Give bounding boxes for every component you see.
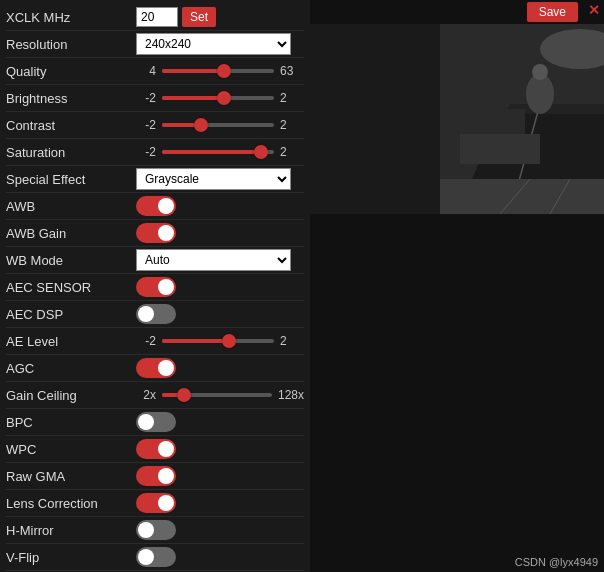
wb-mode-control: Auto SunnyCloudy OfficeHome [136, 249, 304, 271]
xclk-row: XCLK MHz Set [6, 4, 304, 31]
ae-level-max: 2 [280, 334, 304, 348]
xclk-label: XCLK MHz [6, 10, 136, 25]
bpc-control [136, 412, 304, 432]
contrast-row: Contrast -2 2 [6, 112, 304, 139]
bpc-toggle[interactable] [136, 412, 176, 432]
svg-rect-10 [475, 109, 525, 134]
resolution-select[interactable]: 240x240 UXGASXGAXGA SVGAVGACIF QVGAHQVGA… [136, 33, 291, 55]
quality-row: Quality 4 63 [6, 58, 304, 85]
quality-min: 4 [136, 64, 156, 78]
contrast-max: 2 [280, 118, 304, 132]
ae-level-slider[interactable] [162, 339, 274, 343]
ae-level-control: -2 2 [136, 334, 304, 348]
agc-control [136, 358, 304, 378]
quality-max: 63 [280, 64, 304, 78]
contrast-slider[interactable] [162, 123, 274, 127]
brightness-slider[interactable] [162, 96, 274, 100]
lens-correction-label: Lens Correction [6, 496, 136, 511]
bpc-label: BPC [6, 415, 136, 430]
awb-gain-control [136, 223, 304, 243]
brightness-row: Brightness -2 2 [6, 85, 304, 112]
save-button[interactable]: Save [527, 2, 578, 22]
brightness-control: -2 2 [136, 91, 304, 105]
xclk-set-button[interactable]: Set [182, 7, 216, 27]
raw-gma-row: Raw GMA [6, 463, 304, 490]
h-mirror-label: H-Mirror [6, 523, 136, 538]
contrast-control: -2 2 [136, 118, 304, 132]
awb-gain-toggle[interactable] [136, 223, 176, 243]
gain-ceiling-row: Gain Ceiling 2x 128x [6, 382, 304, 409]
raw-gma-label: Raw GMA [6, 469, 136, 484]
awb-toggle[interactable] [136, 196, 176, 216]
camera-svg [310, 24, 604, 214]
special-effect-label: Special Effect [6, 172, 136, 187]
contrast-label: Contrast [6, 118, 136, 133]
saturation-slider[interactable] [162, 150, 274, 154]
camera-image [310, 24, 604, 214]
xclk-input[interactable] [136, 7, 178, 27]
awb-control [136, 196, 304, 216]
agc-label: AGC [6, 361, 136, 376]
aec-sensor-control [136, 277, 304, 297]
wpc-control [136, 439, 304, 459]
right-panel: Save ✕ [310, 0, 604, 572]
svg-point-8 [532, 64, 548, 80]
saturation-label: Saturation [6, 145, 136, 160]
h-mirror-toggle[interactable] [136, 520, 176, 540]
special-effect-row: Special Effect Grayscale No EffectNegati… [6, 166, 304, 193]
gain-ceiling-control: 2x 128x [136, 388, 304, 402]
lens-correction-control [136, 493, 304, 513]
quality-slider[interactable] [162, 69, 274, 73]
v-flip-row: V-Flip [6, 544, 304, 571]
svg-rect-9 [460, 134, 540, 164]
brightness-max: 2 [280, 91, 304, 105]
ae-level-label: AE Level [6, 334, 136, 349]
aec-sensor-toggle[interactable] [136, 277, 176, 297]
aec-dsp-toggle[interactable] [136, 304, 176, 324]
wb-mode-row: WB Mode Auto SunnyCloudy OfficeHome [6, 247, 304, 274]
gain-ceiling-slider[interactable] [162, 393, 272, 397]
v-flip-control [136, 547, 304, 567]
raw-gma-control [136, 466, 304, 486]
awb-label: AWB [6, 199, 136, 214]
quality-control: 4 63 [136, 64, 304, 78]
awb-gain-row: AWB Gain [6, 220, 304, 247]
v-flip-toggle[interactable] [136, 547, 176, 567]
wb-mode-label: WB Mode [6, 253, 136, 268]
special-effect-select[interactable]: Grayscale No EffectNegative Red TintGree… [136, 168, 291, 190]
awb-row: AWB [6, 193, 304, 220]
resolution-label: Resolution [6, 37, 136, 52]
h-mirror-row: H-Mirror [6, 517, 304, 544]
aec-dsp-label: AEC DSP [6, 307, 136, 322]
aec-sensor-label: AEC SENSOR [6, 280, 136, 295]
credit-text: CSDN @lyx4949 [515, 556, 598, 568]
gain-ceiling-min: 2x [136, 388, 156, 402]
contrast-min: -2 [136, 118, 156, 132]
saturation-row: Saturation -2 2 [6, 139, 304, 166]
aec-sensor-row: AEC SENSOR [6, 274, 304, 301]
close-icon[interactable]: ✕ [588, 2, 600, 18]
left-panel: XCLK MHz Set Resolution 240x240 UXGASXGA… [0, 0, 310, 572]
agc-row: AGC [6, 355, 304, 382]
agc-toggle[interactable] [136, 358, 176, 378]
gain-ceiling-max: 128x [278, 388, 304, 402]
brightness-min: -2 [136, 91, 156, 105]
wb-mode-select[interactable]: Auto SunnyCloudy OfficeHome [136, 249, 291, 271]
lens-correction-toggle[interactable] [136, 493, 176, 513]
camera-feed [310, 24, 604, 214]
awb-gain-label: AWB Gain [6, 226, 136, 241]
quality-label: Quality [6, 64, 136, 79]
saturation-control: -2 2 [136, 145, 304, 159]
xclk-control: Set [136, 7, 304, 27]
saturation-max: 2 [280, 145, 304, 159]
aec-dsp-row: AEC DSP [6, 301, 304, 328]
ae-level-min: -2 [136, 334, 156, 348]
raw-gma-toggle[interactable] [136, 466, 176, 486]
brightness-label: Brightness [6, 91, 136, 106]
lens-correction-row: Lens Correction [6, 490, 304, 517]
resolution-row: Resolution 240x240 UXGASXGAXGA SVGAVGACI… [6, 31, 304, 58]
resolution-control: 240x240 UXGASXGAXGA SVGAVGACIF QVGAHQVGA… [136, 33, 304, 55]
saturation-min: -2 [136, 145, 156, 159]
wpc-toggle[interactable] [136, 439, 176, 459]
special-effect-control: Grayscale No EffectNegative Red TintGree… [136, 168, 304, 190]
